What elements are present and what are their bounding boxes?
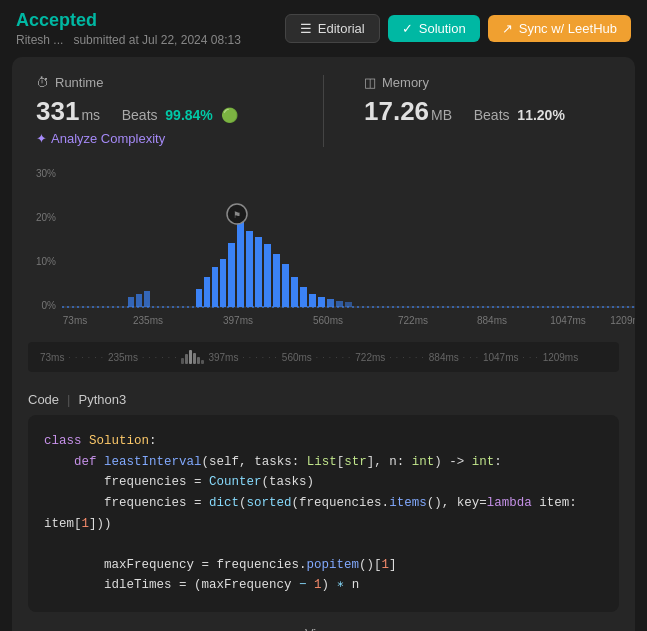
svg-text:20%: 20%	[36, 212, 56, 223]
svg-rect-16	[255, 237, 262, 307]
timeline-bars	[181, 350, 204, 364]
svg-text:722ms: 722ms	[398, 315, 428, 326]
memory-block: ◫ Memory 17.26MB Beats 11.20%	[364, 75, 611, 147]
mini-timeline: 73ms · · · · · · 235ms · · · · · · 397ms…	[28, 342, 619, 372]
svg-rect-14	[237, 221, 244, 307]
svg-text:1047ms: 1047ms	[550, 315, 586, 326]
svg-rect-23	[318, 297, 325, 307]
view-more-button[interactable]: ⌄⌄ View more	[28, 612, 619, 631]
svg-text:10%: 10%	[36, 256, 56, 267]
svg-text:560ms: 560ms	[313, 315, 343, 326]
code-label: Code	[28, 392, 59, 407]
svg-rect-9	[196, 289, 202, 307]
svg-rect-24	[327, 299, 334, 307]
svg-text:235ms: 235ms	[133, 315, 163, 326]
lang-label: Python3	[78, 392, 126, 407]
svg-text:1209ms: 1209ms	[610, 315, 635, 326]
svg-rect-11	[212, 267, 218, 307]
runtime-value: 331ms Beats 99.84% 🟢	[36, 96, 283, 127]
header-actions: ☰ Editorial ✓ Solution ↗ Sync w/ LeetHub	[285, 14, 631, 43]
main-card: ⏱ Runtime 331ms Beats 99.84% 🟢 ✦ Analyze…	[12, 57, 635, 631]
code-lang-bar: Code | Python3	[28, 384, 619, 415]
memory-icon: ◫	[364, 75, 376, 90]
svg-rect-8	[144, 291, 150, 307]
code-section: Code | Python3 class Solution: def least…	[12, 372, 635, 631]
metrics-divider	[323, 75, 324, 147]
sync-button[interactable]: ↗ Sync w/ LeetHub	[488, 15, 631, 42]
svg-rect-18	[273, 254, 280, 307]
svg-rect-25	[336, 301, 343, 307]
metrics-row: ⏱ Runtime 331ms Beats 99.84% 🟢 ✦ Analyze…	[12, 57, 635, 159]
editorial-icon: ☰	[300, 21, 312, 36]
svg-text:⚑: ⚑	[233, 210, 241, 220]
svg-rect-22	[309, 294, 316, 307]
svg-rect-19	[282, 264, 289, 307]
runtime-chart: 30% 20% 10% 0%	[28, 159, 635, 334]
header: Accepted Ritesh ... submitted at Jul 22,…	[0, 0, 647, 57]
svg-rect-20	[291, 277, 298, 307]
analyze-complexity-link[interactable]: ✦ Analyze Complexity	[36, 131, 165, 146]
clock-icon: ⏱	[36, 75, 49, 90]
runtime-title: ⏱ Runtime	[36, 75, 283, 90]
solution-icon: ✓	[402, 21, 413, 36]
svg-rect-7	[136, 294, 142, 307]
code-block: class Solution: def leastInterval(self, …	[28, 415, 619, 612]
svg-rect-6	[128, 297, 134, 307]
svg-rect-10	[204, 277, 210, 307]
sparkle-icon: ✦	[36, 131, 47, 146]
editorial-button[interactable]: ☰ Editorial	[285, 14, 380, 43]
svg-rect-17	[264, 244, 271, 307]
submitted-at: submitted at Jul 22, 2024 08:13	[73, 33, 240, 47]
svg-rect-12	[220, 259, 226, 307]
svg-text:30%: 30%	[36, 168, 56, 179]
header-left: Accepted Ritesh ... submitted at Jul 22,…	[16, 10, 241, 47]
svg-rect-15	[246, 231, 253, 307]
lang-separator: |	[67, 392, 70, 407]
svg-rect-26	[345, 302, 352, 307]
solution-button[interactable]: ✓ Solution	[388, 15, 480, 42]
chevron-down-icon: ⌄⌄	[281, 627, 301, 632]
svg-rect-13	[228, 243, 235, 307]
checkmark-emoji: 🟢	[221, 107, 238, 123]
chart-area: 30% 20% 10% 0%	[12, 159, 635, 342]
svg-text:884ms: 884ms	[477, 315, 507, 326]
svg-rect-21	[300, 287, 307, 307]
svg-text:73ms: 73ms	[63, 315, 87, 326]
submitted-by: Ritesh ...	[16, 33, 63, 47]
submitted-info: Ritesh ... submitted at Jul 22, 2024 08:…	[16, 33, 241, 47]
sync-icon: ↗	[502, 21, 513, 36]
memory-title: ◫ Memory	[364, 75, 611, 90]
svg-text:397ms: 397ms	[223, 315, 253, 326]
svg-text:0%: 0%	[42, 300, 57, 311]
accepted-status: Accepted	[16, 10, 241, 31]
runtime-block: ⏱ Runtime 331ms Beats 99.84% 🟢 ✦ Analyze…	[36, 75, 283, 147]
memory-value: 17.26MB Beats 11.20%	[364, 96, 611, 127]
